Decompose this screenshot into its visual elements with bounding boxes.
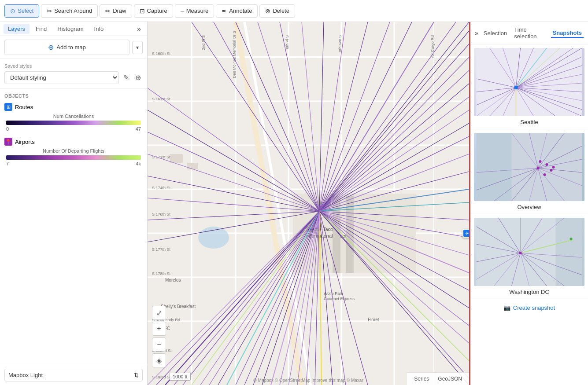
svg-line-63 <box>319 211 469 326</box>
svg-line-105 <box>302 22 319 211</box>
saved-styles-select[interactable]: Default styling <box>4 71 119 84</box>
svg-line-81 <box>236 211 319 385</box>
svg-line-102 <box>236 22 319 211</box>
airports-layer-name: Airports <box>15 139 35 145</box>
right-panel-header: » Selection Time selection Snapshots <box>470 22 588 44</box>
tab-time-selection[interactable]: Time selection <box>512 26 547 40</box>
annotate-button[interactable]: ✒ Annotate <box>216 4 258 18</box>
svg-line-82 <box>227 211 319 385</box>
draw-button[interactable]: ✏ Draw <box>100 4 132 18</box>
svg-line-56 <box>319 202 469 211</box>
svg-line-57 <box>319 211 469 220</box>
tab-info[interactable]: Info <box>90 24 108 34</box>
svg-line-99 <box>148 88 319 211</box>
svg-line-100 <box>192 22 319 211</box>
add-to-map-row: ⊕ Add to map ▾ <box>0 36 147 59</box>
zoom-out-button[interactable]: − <box>152 337 166 352</box>
snapshot-washington-dc-label: Washington DC <box>474 289 584 295</box>
toolbar: ⊙ Select ✂ Search Around ✏ Draw ⊡ Captur… <box>0 0 588 22</box>
measure-button[interactable]: ⏤ Measure <box>175 4 214 18</box>
snapshot-washington-dc-svg <box>474 218 584 286</box>
map-controls: ⤢ + − ◈ <box>152 306 166 367</box>
svg-line-61 <box>319 211 469 290</box>
svg-line-85 <box>200 211 319 385</box>
svg-line-95 <box>148 176 319 211</box>
measure-icon: ⏤ <box>181 7 184 15</box>
saved-styles-label: Saved styles <box>4 63 143 69</box>
svg-line-78 <box>262 211 319 385</box>
collapse-panel-button[interactable]: » <box>134 24 144 34</box>
add-style-icon[interactable]: ⊕ <box>133 72 143 84</box>
svg-line-66 <box>319 211 469 378</box>
tab-find[interactable]: Find <box>31 24 51 34</box>
create-snapshot-button[interactable]: 📷 Create snapshot <box>503 304 555 311</box>
basemap-select[interactable]: Mapbox Light ⇅ <box>4 369 143 381</box>
add-to-map-dropdown[interactable]: ▾ <box>132 41 143 54</box>
svg-line-51 <box>319 123 469 211</box>
snapshot-seattle-label: Seattle <box>474 119 584 125</box>
search-around-button[interactable]: ✂ Search Around <box>41 4 98 18</box>
svg-point-164 <box>539 160 542 163</box>
delete-button[interactable]: ⊗ Delete <box>259 4 295 18</box>
tab-selection[interactable]: Selection <box>482 29 509 37</box>
svg-line-45 <box>319 44 469 211</box>
svg-rect-167 <box>556 218 582 286</box>
snapshot-seattle[interactable]: Seattle <box>470 44 588 129</box>
airports-layer-icon: 📍 <box>4 138 12 146</box>
snapshot-overview-svg <box>474 133 584 201</box>
snapshot-seattle-svg <box>474 48 584 116</box>
saved-styles-section: Saved styles Default styling ✎ ⊕ <box>0 59 147 89</box>
fit-map-button[interactable]: ⤢ <box>152 306 166 320</box>
airports-layer-item: 📍 Airports Number Of Departing Flights 7… <box>4 138 143 166</box>
svg-line-79 <box>253 211 319 385</box>
tab-layers[interactable]: Layers <box>4 24 30 34</box>
svg-line-94 <box>148 198 319 211</box>
tab-histogram[interactable]: Histogram <box>53 24 88 34</box>
airports-colorbar <box>6 155 141 160</box>
select-label: Select <box>18 7 33 14</box>
compass-button[interactable]: ◈ <box>152 353 166 367</box>
map-background: S 160th St S 161st St S 171st St S 174th… <box>148 22 469 385</box>
bottom-bar: Series GeoJSON <box>407 372 469 385</box>
routes-max-value: 47 <box>136 126 141 132</box>
add-to-map-label: Add to map <box>56 44 86 51</box>
search-around-icon: ✂ <box>47 7 52 15</box>
basemap-arrows-icon: ⇅ <box>134 372 139 378</box>
map-scale: 1000 ft <box>170 373 191 381</box>
zoom-in-button[interactable]: + <box>152 322 166 336</box>
svg-point-185 <box>570 238 573 240</box>
add-to-map-button[interactable]: ⊕ Add to map <box>4 40 129 55</box>
snapshot-washington-dc[interactable]: Washington DC <box>470 214 588 299</box>
right-panel: » Selection Time selection Snapshots <box>469 22 588 385</box>
airports-min-value: 7 <box>6 161 9 166</box>
svg-point-160 <box>546 163 548 166</box>
routes-colorbar-label: Num Cancellations <box>6 114 141 119</box>
create-snapshot-section: 📷 Create snapshot <box>470 299 588 316</box>
snapshot-overview[interactable]: Overview <box>470 129 588 214</box>
svg-line-84 <box>209 211 319 385</box>
svg-line-108 <box>319 22 368 211</box>
panel-tabs: Layers Find Histogram Info » <box>0 22 147 36</box>
svg-line-46 <box>319 57 469 211</box>
svg-point-184 <box>519 252 522 254</box>
series-button[interactable]: Series <box>410 374 433 383</box>
airport-marker[interactable]: ✈ <box>462 229 469 238</box>
airports-layer-header: 📍 Airports <box>4 138 143 146</box>
svg-rect-140 <box>514 86 518 89</box>
left-panel: Layers Find Histogram Info » ⊕ Add to ma… <box>0 22 148 385</box>
svg-line-64 <box>319 211 469 343</box>
capture-button[interactable]: ⊡ Capture <box>134 4 173 18</box>
expand-panel-icon[interactable]: » <box>475 29 478 37</box>
edit-style-icon[interactable]: ✎ <box>122 72 131 84</box>
airports-colorbar-range: 7 4k <box>6 161 141 166</box>
svg-line-88 <box>174 211 319 385</box>
select-button[interactable]: ⊙ Select <box>4 4 39 18</box>
basemap-section: Mapbox Light ⇅ <box>0 365 147 385</box>
map-area[interactable]: S 160th St S 161st St S 171st St S 174th… <box>148 22 469 385</box>
tab-snapshots[interactable]: Snapshots <box>551 29 584 38</box>
annotate-icon: ✒ <box>222 7 227 15</box>
svg-line-50 <box>319 110 469 211</box>
svg-line-104 <box>280 22 319 211</box>
svg-line-97 <box>148 132 319 211</box>
geojson-button[interactable]: GeoJSON <box>434 374 466 383</box>
